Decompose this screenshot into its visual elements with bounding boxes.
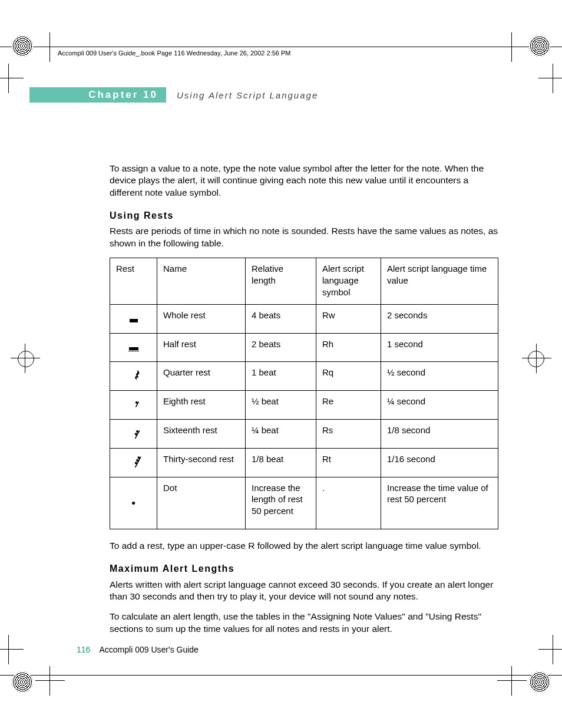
cell-time: ¼ second bbox=[381, 391, 498, 420]
page-footer: 116 Accompli 009 User's Guide bbox=[77, 645, 199, 654]
whole-rest-icon bbox=[130, 319, 138, 322]
cell-length: 1 beat bbox=[246, 362, 316, 391]
cell-rest-glyph: 𝄾 bbox=[110, 391, 157, 420]
half-rest-icon bbox=[129, 347, 138, 350]
crop-cross-icon bbox=[538, 635, 562, 664]
cell-symbol: Rh bbox=[316, 333, 381, 362]
table-row: Half rest2 beatsRh1 second bbox=[110, 333, 498, 362]
cell-length: 4 beats bbox=[246, 304, 316, 333]
registration-spiral-icon bbox=[12, 35, 33, 57]
crop-cross-icon bbox=[0, 635, 24, 664]
crop-cross-icon bbox=[497, 32, 527, 62]
max-alert-p1: Alerts written with alert script languag… bbox=[110, 579, 498, 603]
table-row: 𝄽Quarter rest1 beatRq½ second bbox=[110, 362, 498, 391]
th-len: Relative length bbox=[246, 258, 316, 304]
cell-time: ½ second bbox=[381, 362, 498, 391]
crop-rule-bottom bbox=[0, 675, 562, 676]
registration-spiral-icon bbox=[529, 35, 550, 57]
cell-symbol: . bbox=[316, 477, 381, 529]
cell-length: 2 beats bbox=[246, 333, 316, 362]
cell-rest-glyph bbox=[110, 333, 157, 362]
chapter-title: Using Alert Script Language bbox=[177, 90, 318, 100]
cell-time: 1/16 second bbox=[381, 448, 498, 477]
cell-name: Dot bbox=[157, 477, 246, 529]
cell-length: 1/8 beat bbox=[246, 448, 316, 477]
table-row: 𝅀Thirty-second rest1/8 beatRt1/16 second bbox=[110, 448, 498, 477]
footer-book-title: Accompli 009 User's Guide bbox=[99, 645, 198, 654]
table-row: 𝄿Sixteenth rest¼ beatRs1/8 second bbox=[110, 419, 498, 448]
dot-icon: • bbox=[131, 496, 136, 510]
rests-table: Rest Name Relative length Alert script l… bbox=[110, 258, 498, 529]
table-row: 𝄾Eighth rest½ beatRe¼ second bbox=[110, 391, 498, 420]
cell-symbol: Rt bbox=[316, 448, 381, 477]
th-sym: Alert script language symbol bbox=[316, 258, 381, 304]
cell-length: ½ beat bbox=[246, 391, 316, 420]
chapter-header: Chapter 10 Using Alert Script Language bbox=[29, 87, 318, 103]
max-alert-p2: To calculate an alert length, use the ta… bbox=[110, 611, 498, 635]
page-number: 116 bbox=[77, 645, 90, 654]
cell-name: Thirty-second rest bbox=[157, 448, 246, 477]
cell-name: Quarter rest bbox=[157, 362, 246, 391]
crop-cross-icon bbox=[522, 344, 551, 373]
cell-rest-glyph: 𝄽 bbox=[110, 362, 157, 391]
registration-target-icon bbox=[18, 351, 34, 367]
table-header-row: Rest Name Relative length Alert script l… bbox=[110, 258, 498, 304]
table-row: Whole rest4 beatsRw2 seconds bbox=[110, 304, 498, 333]
heading-max-alert: Maximum Alert Lengths bbox=[110, 562, 498, 575]
heading-using-rests: Using Rests bbox=[110, 209, 498, 222]
crop-rule-top bbox=[0, 47, 562, 47]
cell-time: 1 second bbox=[381, 333, 498, 362]
cell-name: Eighth rest bbox=[157, 391, 246, 420]
cell-symbol: Rq bbox=[316, 362, 381, 391]
cell-rest-glyph bbox=[110, 304, 157, 333]
cell-length: Increase the length of rest 50 percent bbox=[246, 477, 316, 529]
registration-target-icon bbox=[528, 351, 544, 367]
cell-symbol: Rs bbox=[316, 419, 381, 448]
cell-name: Sixteenth rest bbox=[157, 419, 246, 448]
print-header: Accompli 009 User's Guide_.book Page 116… bbox=[58, 50, 291, 57]
cell-rest-glyph: 𝅀 bbox=[110, 448, 157, 477]
crop-cross-icon bbox=[11, 344, 40, 373]
cell-name: Whole rest bbox=[157, 304, 246, 333]
using-rests-after: To add a rest, type an upper-case R foll… bbox=[110, 540, 498, 552]
crop-cross-icon bbox=[497, 666, 527, 696]
cell-length: ¼ beat bbox=[246, 419, 316, 448]
th-rest: Rest bbox=[110, 258, 157, 304]
crop-cross-icon bbox=[35, 32, 65, 62]
crop-cross-icon bbox=[35, 666, 65, 696]
cell-time: Increase the time value of rest 50 per­c… bbox=[381, 477, 498, 529]
crop-cross-icon bbox=[538, 64, 562, 93]
page-body: To assign a value to a note, type the no… bbox=[110, 163, 498, 643]
crop-cross-icon bbox=[0, 64, 24, 93]
th-time: Alert script language time value bbox=[381, 258, 498, 304]
table-row: •DotIncrease the length of rest 50 perce… bbox=[110, 477, 498, 529]
intro-paragraph: To assign a value to a note, type the no… bbox=[110, 163, 498, 199]
cell-rest-glyph: • bbox=[110, 477, 157, 529]
cell-rest-glyph: 𝄿 bbox=[110, 419, 157, 448]
cell-name: Half rest bbox=[157, 333, 246, 362]
chapter-label: Chapter 10 bbox=[88, 89, 158, 101]
th-name: Name bbox=[157, 258, 246, 304]
cell-time: 2 seconds bbox=[381, 304, 498, 333]
cell-symbol: Re bbox=[316, 391, 381, 420]
using-rests-p1: Rests are periods of time in which no no… bbox=[110, 225, 498, 249]
cell-time: 1/8 second bbox=[381, 419, 498, 448]
cell-symbol: Rw bbox=[316, 304, 381, 333]
